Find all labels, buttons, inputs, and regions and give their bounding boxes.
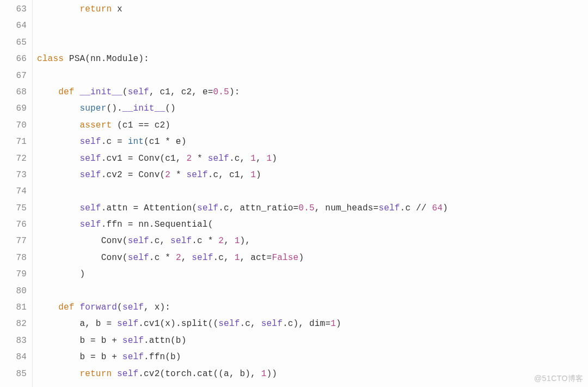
line-number: 81 — [0, 299, 27, 316]
token-kw: return — [79, 4, 112, 14]
indent — [37, 269, 79, 279]
token-num: 64 — [432, 203, 443, 213]
token-num: 1 — [235, 253, 240, 263]
code-line[interactable]: def __init__(self, c1, c2, e=0.5): — [37, 84, 588, 100]
token-plain: .cv1(x).split(( — [138, 319, 218, 329]
indent — [37, 336, 79, 346]
token-id: self — [170, 236, 192, 246]
token-id: self — [128, 236, 149, 246]
token-plain: .c, c1, — [208, 170, 250, 180]
token-id: self — [79, 220, 101, 229]
token-kw: class — [37, 54, 64, 64]
token-plain: .c // — [400, 203, 432, 213]
token-kw: return — [79, 369, 112, 379]
code-line[interactable]: self.attn = Attention(self.c, attn_ratio… — [37, 200, 588, 216]
token-kw: assert — [79, 120, 112, 130]
token-plain: .c, — [213, 253, 235, 263]
code-line[interactable]: Conv(self.c, self.c * 2, 1), — [37, 233, 588, 249]
token-plain: )) — [267, 369, 278, 379]
code-line[interactable]: Conv(self.c * 2, self.c, 1, act=False) — [37, 250, 588, 266]
code-line[interactable]: self.ffn = nn.Sequential( — [37, 216, 588, 233]
token-plain: * — [170, 170, 186, 180]
token-plain — [75, 87, 80, 97]
token-plain: b = b + — [79, 336, 122, 346]
token-plain: = — [325, 319, 330, 329]
code-line[interactable] — [37, 68, 588, 84]
token-id: self — [79, 170, 101, 180]
token-plain — [64, 54, 69, 64]
token-num: 1 — [261, 369, 267, 379]
code-line[interactable]: b = b + self.attn(b) — [37, 332, 588, 349]
code-line[interactable] — [37, 34, 588, 51]
token-plain: , — [315, 203, 326, 213]
token-num: 2 — [218, 236, 224, 246]
token-id: self — [122, 352, 144, 362]
line-number: 68 — [0, 84, 27, 100]
code-line[interactable]: super().__init__() — [37, 100, 588, 117]
token-plain: Conv( — [101, 236, 128, 246]
token-id: forward — [79, 303, 117, 312]
token-id: self — [192, 253, 213, 263]
code-line[interactable]: return self.cv2(torch.cat((a, b), 1)) — [37, 366, 588, 382]
code-line[interactable]: assert (c1 == c2) — [37, 117, 588, 134]
line-number: 64 — [0, 17, 27, 34]
token-plain: (c1 == c2) — [112, 120, 170, 130]
code-line[interactable]: self.cv2 = Conv(2 * self.c, c1, 1) — [37, 167, 588, 183]
token-id: self — [186, 170, 207, 180]
token-plain: .cv1 = Conv(c1, — [101, 154, 187, 164]
token-plain: .cv2 = Conv( — [101, 170, 166, 180]
token-plain: ) — [79, 269, 85, 279]
code-line[interactable] — [37, 183, 588, 199]
token-plain: , — [256, 154, 267, 164]
indent — [37, 137, 79, 147]
token-num: 1 — [250, 170, 256, 180]
token-plain: .c * — [149, 253, 176, 263]
token-plain: (). — [106, 104, 122, 113]
token-func: super — [79, 104, 106, 113]
indent — [37, 352, 79, 362]
token-plain: .c, — [218, 203, 240, 213]
line-number: 66 — [0, 51, 27, 67]
token-plain — [75, 303, 80, 312]
token-plain: .c * — [192, 236, 218, 246]
code-line[interactable]: ) — [37, 266, 588, 282]
token-id: self — [117, 369, 138, 379]
token-plain: num_heads — [325, 203, 373, 213]
code-area[interactable]: return xclass PSA(nn.Module): def __init… — [33, 0, 588, 387]
token-id: __init__ — [79, 87, 122, 97]
code-line[interactable]: self.c = int(c1 * e) — [37, 134, 588, 150]
line-number: 78 — [0, 250, 27, 266]
line-number: 71 — [0, 134, 27, 150]
token-num: 1 — [267, 154, 272, 164]
code-line[interactable]: a, b = self.cv1(x).split((self.c, self.c… — [37, 316, 588, 332]
code-line[interactable]: class PSA(nn.Module): — [37, 51, 588, 67]
code-line[interactable]: b = b + self.ffn(b) — [37, 349, 588, 365]
code-line[interactable] — [37, 17, 588, 34]
line-number: 69 — [0, 100, 27, 117]
indent — [37, 369, 79, 379]
token-id: self — [122, 336, 144, 346]
token-id: self — [79, 154, 101, 164]
token-func: int — [128, 137, 144, 147]
code-line[interactable] — [37, 283, 588, 299]
token-id: self — [128, 87, 149, 97]
token-num: 2 — [165, 170, 170, 180]
code-line[interactable]: def forward(self, x): — [37, 299, 588, 316]
token-plain: ): — [229, 87, 240, 97]
token-id: __init__ — [122, 104, 165, 113]
line-number: 67 — [0, 68, 27, 84]
token-id: self — [79, 137, 101, 147]
token-plain: Module — [106, 54, 138, 64]
code-line[interactable]: return x — [37, 1, 588, 17]
token-num: 2 — [186, 154, 192, 164]
line-number: 73 — [0, 167, 27, 183]
code-editor[interactable]: 6364656667686970717273747576777879808182… — [0, 0, 588, 387]
token-plain: = — [373, 203, 379, 213]
token-kw: def — [58, 303, 74, 312]
token-id: self — [117, 319, 138, 329]
token-plain: , x): — [144, 303, 170, 312]
code-line[interactable]: self.cv1 = Conv(c1, 2 * self.c, 1, 1) — [37, 150, 588, 167]
token-plain: Conv( — [101, 253, 128, 263]
line-number-gutter: 6364656667686970717273747576777879808182… — [0, 0, 33, 387]
token-plain: .attn = Attention( — [101, 203, 197, 213]
